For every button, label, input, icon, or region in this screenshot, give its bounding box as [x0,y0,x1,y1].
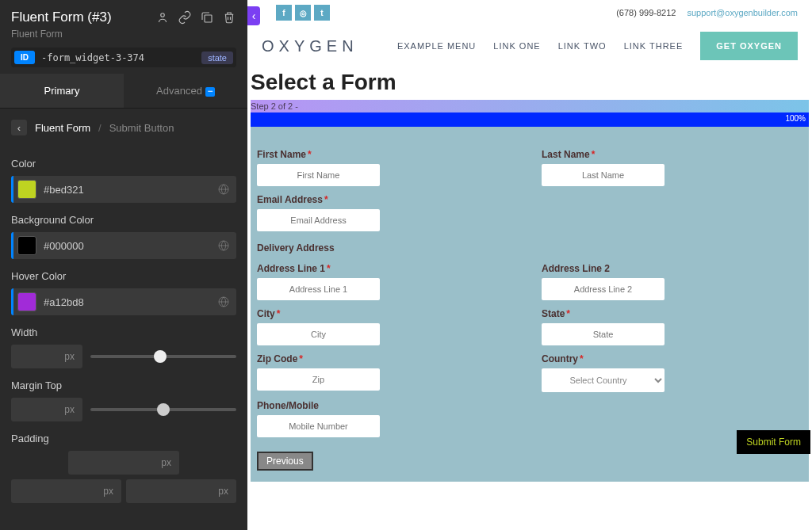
person-icon[interactable] [155,10,170,25]
addr2-label: Address Line 2 [542,263,610,274]
properties-panel: Color #bed321 Background Color #000000 H… [0,147,247,530]
social-links: f ◎ t [276,5,330,21]
phone-number: (678) 999-8212 [616,8,676,17]
tab-advanced[interactable]: Advanced− [124,74,247,108]
padding-label: Padding [11,433,236,444]
progress-bar: 100% [251,112,809,127]
width-slider[interactable] [90,355,236,358]
form-title: Select a Form [251,70,809,100]
nav-link-two[interactable]: LINK TWO [558,41,607,51]
link-icon[interactable] [178,10,192,25]
facebook-icon[interactable]: f [276,5,292,21]
breadcrumb-current: Submit Button [109,122,174,134]
color-label: Color [11,158,236,170]
nav-example-menu[interactable]: EXAMPLE MENU [397,41,476,51]
addr1-input[interactable] [257,278,380,300]
margintop-label: Margin Top [11,379,236,391]
phone-input[interactable] [257,415,380,437]
color-input[interactable]: #bed321 [11,176,236,203]
addr2-input[interactable] [542,278,665,300]
delivery-label: Delivery Address [257,242,802,254]
state-badge[interactable]: state [201,51,233,64]
form-body: First Name* Last Name* Email Address* De… [251,127,809,482]
globe-icon[interactable] [217,296,230,308]
hovercolor-swatch[interactable] [17,292,36,311]
phone-label: Phone/Mobile [257,400,319,411]
nav-link-one[interactable]: LINK ONE [493,41,540,51]
first-name-input[interactable] [257,164,380,186]
last-name-label: Last Name [542,149,590,160]
bgcolor-swatch[interactable] [17,236,36,255]
city-label: City [257,308,275,319]
margintop-slider[interactable] [90,408,236,411]
instagram-icon[interactable]: ◎ [295,5,311,21]
margintop-value[interactable]: px [11,398,82,421]
breadcrumb-separator: / [98,122,102,134]
width-value[interactable]: px [11,345,82,368]
element-subtitle: Fluent Form [11,29,236,40]
padding-right[interactable]: px [126,479,236,503]
preview-canvas: ‹ f ◎ t (678) 999-8212 support@oxygenbui… [247,0,812,530]
country-select[interactable]: Select Country [542,368,665,392]
previous-button[interactable]: Previous [257,452,313,471]
breadcrumb: ‹ Fluent Form / Submit Button [0,109,247,147]
addr1-label: Address Line 1 [257,263,325,274]
logo: OXYGEN [262,37,358,55]
trash-icon[interactable] [222,10,236,25]
city-input[interactable] [257,323,380,345]
progress-text: 100% [785,114,806,123]
submit-button[interactable]: Submit Form [737,430,810,454]
state-label: State [542,308,565,319]
element-title: Fluent Form (#3) [11,10,112,25]
last-name-input[interactable] [542,164,665,186]
svg-point-0 [161,13,165,17]
email-input[interactable] [257,209,380,231]
state-input[interactable] [542,323,665,345]
tab-primary[interactable]: Primary [0,74,124,108]
padding-left[interactable]: px [11,479,121,503]
color-swatch[interactable] [17,180,36,199]
cta-button[interactable]: GET OXYGEN [700,32,798,60]
tabs: Primary Advanced− [0,74,247,109]
first-name-label: First Name [257,149,306,160]
duplicate-icon[interactable] [200,10,214,25]
globe-icon[interactable] [217,183,230,196]
id-text[interactable]: -form_widget-3-374 [41,52,195,63]
id-badge[interactable]: ID [14,51,35,64]
hovercolor-input[interactable]: #a12bd8 [11,288,236,315]
svg-rect-1 [205,15,212,22]
country-label: Country [542,353,578,364]
nav-link-three[interactable]: LINK THREE [624,41,684,51]
zip-input[interactable] [257,368,380,391]
globe-icon[interactable] [217,239,230,252]
breadcrumb-back-button[interactable]: ‹ [11,120,27,135]
sidebar-header: Fluent Form (#3) Fluent Form ID -form_wi… [0,0,247,74]
collapse-sidebar-button[interactable]: ‹ [247,6,260,25]
email-label: Email Address [257,194,323,205]
twitter-icon[interactable]: t [314,5,330,21]
minus-icon: − [205,87,215,97]
preview-topbar: f ◎ t (678) 999-8212 support@oxygenbuild… [247,0,812,25]
step-label: Step 2 of 2 - [251,100,809,112]
bgcolor-input[interactable]: #000000 [11,232,236,259]
breadcrumb-parent[interactable]: Fluent Form [35,122,90,134]
support-email[interactable]: support@oxygenbuilder.com [687,8,798,17]
editor-sidebar: Fluent Form (#3) Fluent Form ID -form_wi… [0,0,247,530]
id-row: ID -form_widget-3-374 state [11,48,236,67]
hovercolor-label: Hover Color [11,270,236,282]
width-label: Width [11,326,236,338]
preview-navbar: OXYGEN EXAMPLE MENU LINK ONE LINK TWO LI… [247,25,812,70]
padding-top[interactable]: px [68,451,179,475]
bgcolor-label: Background Color [11,214,236,226]
zip-label: Zip Code [257,353,297,364]
